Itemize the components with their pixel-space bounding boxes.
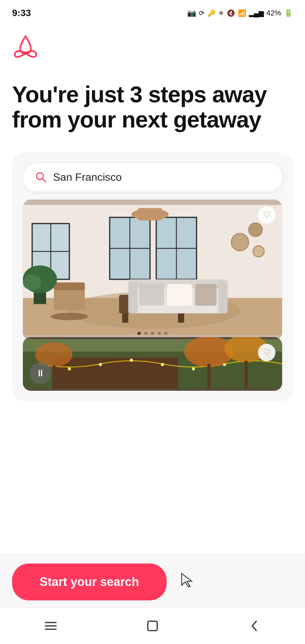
promo-card: San Francisco bbox=[12, 152, 293, 401]
headline: You're just 3 steps away from your next … bbox=[12, 82, 293, 132]
status-icons: 📷 ⟳ 🔑 ✳ 🔇 📶 ▂▄▆ 42% 🔋 bbox=[187, 9, 293, 17]
svg-point-42 bbox=[130, 359, 133, 362]
svg-point-44 bbox=[192, 367, 195, 370]
search-icon bbox=[35, 171, 47, 183]
search-value: San Francisco bbox=[53, 171, 122, 183]
rotation-icon: ⟳ bbox=[199, 9, 205, 17]
mute-icon: 🔇 bbox=[227, 9, 235, 17]
svg-rect-50 bbox=[245, 361, 248, 388]
svg-rect-51 bbox=[52, 365, 55, 388]
dot-4 bbox=[158, 332, 161, 335]
nav-home-icon[interactable] bbox=[139, 612, 166, 639]
svg-point-30 bbox=[51, 313, 88, 320]
svg-rect-18 bbox=[122, 313, 128, 323]
svg-rect-23 bbox=[128, 282, 138, 313]
svg-rect-56 bbox=[148, 621, 157, 631]
battery-icon: 🔋 bbox=[284, 9, 293, 17]
svg-rect-39 bbox=[54, 358, 178, 388]
svg-point-35 bbox=[249, 223, 262, 236]
svg-line-1 bbox=[42, 178, 46, 182]
svg-point-40 bbox=[68, 367, 71, 370]
status-bar: 9:33 📷 ⟳ 🔑 ✳ 🔇 📶 ▂▄▆ 42% 🔋 bbox=[0, 0, 305, 23]
svg-rect-29 bbox=[54, 282, 85, 290]
nav-bar bbox=[0, 607, 305, 644]
svg-rect-25 bbox=[139, 284, 164, 306]
dot-5 bbox=[164, 332, 168, 335]
property-image-main: ♡ bbox=[23, 200, 282, 340]
dot-2 bbox=[144, 332, 147, 335]
svg-point-36 bbox=[253, 246, 264, 257]
start-search-button[interactable]: Start your search bbox=[12, 564, 167, 600]
main-content: You're just 3 steps away from your next … bbox=[0, 68, 305, 408]
favorite-button-main[interactable]: ♡ bbox=[258, 206, 275, 224]
svg-point-41 bbox=[99, 363, 102, 366]
svg-rect-15 bbox=[138, 208, 163, 220]
nav-menu-icon[interactable] bbox=[37, 612, 64, 639]
cursor-icon bbox=[180, 572, 197, 589]
svg-point-43 bbox=[161, 363, 164, 366]
dot-3 bbox=[151, 332, 154, 335]
svg-point-33 bbox=[23, 274, 41, 290]
dot-1 bbox=[137, 332, 141, 335]
svg-marker-52 bbox=[182, 574, 192, 587]
pause-button[interactable]: ⏸ bbox=[30, 363, 51, 384]
svg-rect-19 bbox=[178, 313, 184, 323]
key-icon: 🔑 bbox=[207, 9, 216, 17]
image-dots bbox=[23, 332, 282, 335]
app-header bbox=[0, 23, 305, 68]
svg-point-34 bbox=[231, 233, 249, 251]
camera-icon: 📷 bbox=[187, 9, 196, 17]
svg-rect-49 bbox=[207, 364, 210, 389]
property-image-second: ⏸ ♡ bbox=[23, 337, 282, 391]
svg-rect-27 bbox=[195, 284, 217, 306]
bluetooth-icon: ✳ bbox=[218, 9, 224, 17]
bottom-action-area: Start your search bbox=[0, 554, 305, 607]
signal-strength: ▂▄▆ bbox=[249, 9, 264, 17]
battery-percent: 42% bbox=[266, 9, 281, 17]
svg-rect-26 bbox=[167, 284, 192, 306]
search-bar-display[interactable]: San Francisco bbox=[23, 163, 282, 192]
airbnb-logo bbox=[12, 34, 39, 60]
status-time: 9:33 bbox=[12, 8, 31, 18]
favorite-button-second[interactable]: ♡ bbox=[258, 344, 275, 361]
nav-back-icon[interactable] bbox=[241, 612, 268, 639]
wifi-icon: 📶 bbox=[238, 9, 246, 17]
svg-rect-24 bbox=[218, 282, 228, 313]
